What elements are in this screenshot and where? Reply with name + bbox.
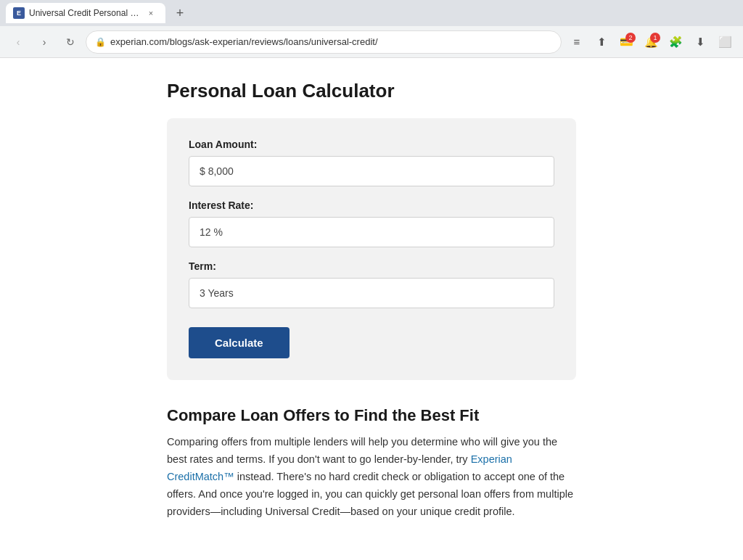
interest-rate-label: Interest Rate: [189,199,554,211]
term-group: Term: 3 Years [189,260,554,308]
reload-button[interactable]: ↻ [59,31,81,53]
toolbar-download-button[interactable]: ⬇ [689,31,711,53]
toolbar-alerts-button[interactable]: 🔔 1 [640,31,662,53]
term-input[interactable]: 3 Years [189,278,554,308]
page-title: Personal Loan Calculator [167,80,576,102]
toolbar-wallet-button[interactable]: 💳 2 [615,31,637,53]
browser-toolbar: ‹ › ↻ 🔒 experian.com/blogs/ask-experian/… [0,26,743,58]
address-bar[interactable]: 🔒 experian.com/blogs/ask-experian/review… [86,30,562,54]
active-tab[interactable]: E Universal Credit Personal Loan Re × [6,3,165,23]
term-label: Term: [189,260,554,272]
loan-amount-label: Loan Amount: [189,139,554,150]
address-text: experian.com/blogs/ask-experian/reviews/… [110,36,552,47]
wallet-badge: 2 [625,33,636,43]
forward-button[interactable]: › [33,31,55,53]
compare-section-title: Compare Loan Offers to Find the Best Fit [167,406,576,425]
back-button[interactable]: ‹ [7,31,29,53]
tab-title: Universal Credit Personal Loan Re [29,8,141,18]
toolbar-window-button[interactable]: ⬜ [714,31,736,53]
lock-icon: 🔒 [95,37,106,47]
toolbar-share-button[interactable]: ⬆ [591,31,612,53]
compare-section-body: Comparing offers from multiple lenders w… [167,434,576,521]
interest-rate-input[interactable]: 12 % [189,217,554,247]
loan-amount-group: Loan Amount: $ 8,000 [189,139,554,186]
term-value: 3 Years [200,287,234,299]
new-tab-button[interactable]: + [170,3,190,23]
loan-amount-input[interactable]: $ 8,000 [189,156,554,186]
toolbar-actions: ≡ ⬆ 💳 2 🔔 1 🧩 ⬇ ⬜ [566,31,736,53]
toolbar-menu-button[interactable]: ≡ [566,31,588,53]
toolbar-extensions-button[interactable]: 🧩 [665,31,686,53]
page-content: Personal Loan Calculator Loan Amount: $ … [0,58,743,560]
alerts-badge: 1 [650,33,660,43]
browser-title-bar: E Universal Credit Personal Loan Re × + [0,0,743,26]
calculate-button[interactable]: Calculate [189,327,290,358]
browser-frame: E Universal Credit Personal Loan Re × + … [0,0,743,560]
tab-favicon: E [13,7,25,19]
interest-rate-group: Interest Rate: 12 % [189,199,554,247]
loan-amount-value: $ 8,000 [200,165,234,177]
tab-close-button[interactable]: × [145,7,157,19]
calculator-card: Loan Amount: $ 8,000 Interest Rate: 12 %… [167,118,576,380]
interest-rate-value: 12 % [200,226,223,238]
